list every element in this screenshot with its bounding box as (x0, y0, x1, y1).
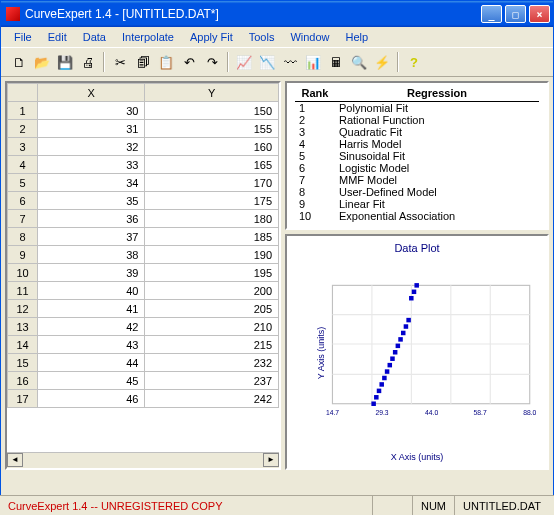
menu-tools[interactable]: Tools (242, 29, 282, 45)
cell-x[interactable]: 31 (38, 120, 145, 138)
table-row[interactable]: 635175 (8, 192, 279, 210)
save-icon[interactable]: 💾 (55, 52, 75, 72)
cell-x[interactable]: 42 (38, 318, 145, 336)
rank-row[interactable]: 4Harris Model (295, 138, 539, 150)
cell-y[interactable]: 242 (145, 390, 279, 408)
cell-y[interactable]: 232 (145, 354, 279, 372)
scroll-left-icon[interactable]: ◄ (7, 453, 23, 467)
find-icon[interactable]: 🔍 (349, 52, 369, 72)
plot1-icon[interactable]: 📈 (234, 52, 254, 72)
menu-file[interactable]: File (7, 29, 39, 45)
plot2-icon[interactable]: 📉 (257, 52, 277, 72)
close-button[interactable]: × (529, 5, 550, 23)
cut-icon[interactable]: ✂ (110, 52, 130, 72)
maximize-button[interactable]: □ (505, 5, 526, 23)
table-row[interactable]: 1342210 (8, 318, 279, 336)
menu-applyfit[interactable]: Apply Fit (183, 29, 240, 45)
rank-row[interactable]: 1Polynomial Fit (295, 102, 539, 115)
cell-y[interactable]: 175 (145, 192, 279, 210)
cell-x[interactable]: 44 (38, 354, 145, 372)
menu-data[interactable]: Data (76, 29, 113, 45)
table-row[interactable]: 534170 (8, 174, 279, 192)
menu-help[interactable]: Help (339, 29, 376, 45)
table-row[interactable]: 1746242 (8, 390, 279, 408)
menu-edit[interactable]: Edit (41, 29, 74, 45)
plot5-icon[interactable]: 🖩 (326, 52, 346, 72)
rank-row[interactable]: 10Exponential Association (295, 210, 539, 222)
table-row[interactable]: 1544232 (8, 354, 279, 372)
cell-y[interactable]: 200 (145, 282, 279, 300)
cell-y[interactable]: 185 (145, 228, 279, 246)
h-scrollbar[interactable]: ◄ ► (7, 452, 279, 468)
cell-x[interactable]: 30 (38, 102, 145, 120)
plot-area[interactable]: Y Axis (units) 14.729.344.058.788.0 (293, 258, 541, 448)
menu-window[interactable]: Window (283, 29, 336, 45)
paste-icon[interactable]: 📋 (156, 52, 176, 72)
copy-icon[interactable]: 🗐 (133, 52, 153, 72)
table-row[interactable]: 130150 (8, 102, 279, 120)
table-row[interactable]: 837185 (8, 228, 279, 246)
plot3-icon[interactable]: 〰 (280, 52, 300, 72)
table-row[interactable]: 938190 (8, 246, 279, 264)
open-icon[interactable]: 📂 (32, 52, 52, 72)
cell-x[interactable]: 35 (38, 192, 145, 210)
cell-x[interactable]: 40 (38, 282, 145, 300)
cell-y[interactable]: 180 (145, 210, 279, 228)
cell-y[interactable]: 210 (145, 318, 279, 336)
cell-x[interactable]: 46 (38, 390, 145, 408)
data-table[interactable]: X Y 130150231155332160433165534170635175… (7, 83, 279, 408)
run-icon[interactable]: ⚡ (372, 52, 392, 72)
col-header-x[interactable]: X (38, 84, 145, 102)
cell-y[interactable]: 237 (145, 372, 279, 390)
cell-x[interactable]: 33 (38, 156, 145, 174)
table-row[interactable]: 1039195 (8, 264, 279, 282)
table-row[interactable]: 1241205 (8, 300, 279, 318)
cell-x[interactable]: 38 (38, 246, 145, 264)
cell-y[interactable]: 195 (145, 264, 279, 282)
rank-row[interactable]: 8User-Defined Model (295, 186, 539, 198)
cell-x[interactable]: 39 (38, 264, 145, 282)
scroll-right-icon[interactable]: ► (263, 453, 279, 467)
redo-icon[interactable]: ↷ (202, 52, 222, 72)
cell-x[interactable]: 32 (38, 138, 145, 156)
cell-y[interactable]: 150 (145, 102, 279, 120)
row-header: 12 (8, 300, 38, 318)
cell-y[interactable]: 215 (145, 336, 279, 354)
rank-table[interactable]: Rank Regression 1Polynomial Fit2Rational… (295, 87, 539, 222)
print-icon[interactable]: 🖨 (78, 52, 98, 72)
cell-y[interactable]: 160 (145, 138, 279, 156)
rank-row[interactable]: 3Quadratic Fit (295, 126, 539, 138)
col-header-y[interactable]: Y (145, 84, 279, 102)
cell-y[interactable]: 165 (145, 156, 279, 174)
cell-y[interactable]: 155 (145, 120, 279, 138)
plot4-icon[interactable]: 📊 (303, 52, 323, 72)
cell-x[interactable]: 37 (38, 228, 145, 246)
rank-row[interactable]: 7MMF Model (295, 174, 539, 186)
rank-row[interactable]: 5Sinusoidal Fit (295, 150, 539, 162)
undo-icon[interactable]: ↶ (179, 52, 199, 72)
table-row[interactable]: 433165 (8, 156, 279, 174)
rank-row[interactable]: 9Linear Fit (295, 198, 539, 210)
app-icon (6, 7, 20, 21)
new-icon[interactable]: 🗋 (9, 52, 29, 72)
cell-x[interactable]: 41 (38, 300, 145, 318)
cell-y[interactable]: 205 (145, 300, 279, 318)
table-row[interactable]: 736180 (8, 210, 279, 228)
help-icon[interactable]: ? (404, 52, 424, 72)
table-row[interactable]: 332160 (8, 138, 279, 156)
svg-rect-21 (406, 318, 411, 323)
rank-row[interactable]: 6Logistic Model (295, 162, 539, 174)
cell-x[interactable]: 34 (38, 174, 145, 192)
table-row[interactable]: 1443215 (8, 336, 279, 354)
table-row[interactable]: 1645237 (8, 372, 279, 390)
cell-x[interactable]: 43 (38, 336, 145, 354)
cell-y[interactable]: 170 (145, 174, 279, 192)
cell-x[interactable]: 45 (38, 372, 145, 390)
cell-y[interactable]: 190 (145, 246, 279, 264)
table-row[interactable]: 231155 (8, 120, 279, 138)
cell-x[interactable]: 36 (38, 210, 145, 228)
menu-interpolate[interactable]: Interpolate (115, 29, 181, 45)
minimize-button[interactable]: _ (481, 5, 502, 23)
table-row[interactable]: 1140200 (8, 282, 279, 300)
rank-row[interactable]: 2Rational Function (295, 114, 539, 126)
